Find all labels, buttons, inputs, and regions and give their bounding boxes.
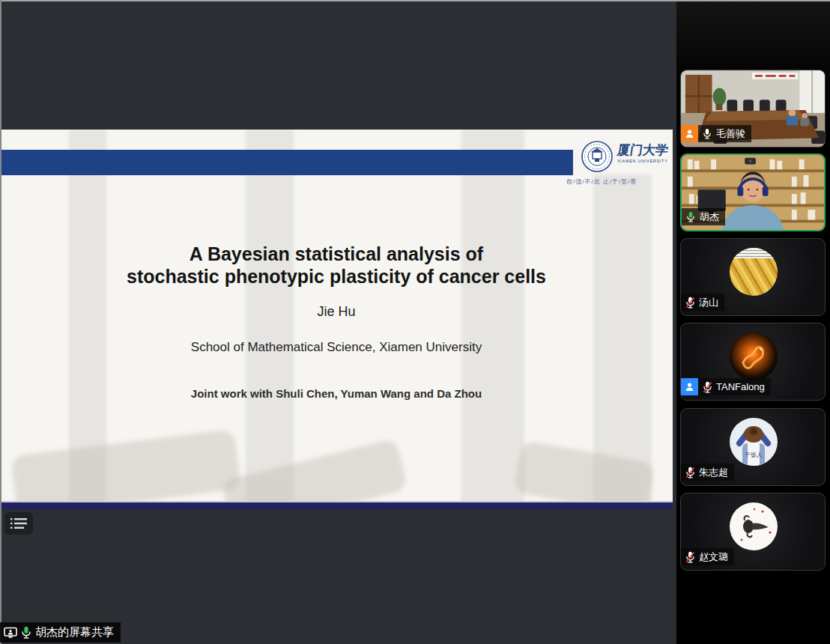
- host-badge-icon: [681, 125, 698, 142]
- participant-namebar: 毛善骏: [681, 125, 751, 142]
- slide-title-line2: stochastic phenotypic plasticity of canc…: [0, 265, 673, 288]
- participant-namebar: 朱志超: [681, 464, 734, 481]
- slide-title-line1: A Bayesian statistical analysis of: [0, 243, 673, 265]
- participant-tile[interactable]: TANFalong: [680, 323, 826, 401]
- participants-sidebar: 毛善骏: [676, 0, 830, 644]
- window-left-edge: [0, 0, 1, 644]
- avatar: [730, 248, 778, 296]
- slide-background-shape: [10, 429, 241, 509]
- university-name-en: XIAMEN UNIVERSITY: [617, 159, 673, 163]
- participant-tile-active-speaker[interactable]: 胡杰: [680, 154, 826, 231]
- slide-accent-band: [0, 150, 573, 175]
- university-seal-icon: [581, 141, 613, 172]
- mic-on-icon: [21, 626, 31, 639]
- mic-muted-icon: [685, 467, 695, 479]
- xiamen-university-logo: 厦门大学 XIAMEN UNIVERSITY 自/强/不/息 止/于/至/善: [578, 139, 673, 191]
- avatar: 干饭人: [730, 418, 778, 466]
- mic-on-icon: [703, 128, 712, 139]
- slide-title: A Bayesian statistical analysis of stoch…: [0, 243, 673, 288]
- outline-list-icon: [10, 517, 27, 529]
- mic-muted-icon: [685, 551, 695, 563]
- participant-namebar: 汤山: [681, 294, 724, 311]
- slide-affiliation: School of Mathematical Science, Xiamen U…: [0, 340, 673, 355]
- participant-name: TANFalong: [716, 381, 765, 392]
- university-name-zh: 厦门大学: [617, 143, 673, 158]
- screen-share-icon: [4, 627, 17, 639]
- participant-namebar: TANFalong: [681, 378, 771, 395]
- participant-name: 朱志超: [699, 466, 728, 479]
- presentation-slide: 厦门大学 XIAMEN UNIVERSITY 自/强/不/息 止/于/至/善 A…: [0, 130, 673, 509]
- participant-tile[interactable]: 赵文璐: [680, 493, 826, 571]
- participant-name: 汤山: [699, 296, 718, 309]
- avatar: [730, 502, 778, 550]
- meeting-window: 厦门大学 XIAMEN UNIVERSITY 自/强/不/息 止/于/至/善 A…: [0, 0, 830, 644]
- window-top-edge: [0, 0, 830, 1]
- mic-speaking-icon: [686, 211, 695, 222]
- participant-namebar: 赵文璐: [681, 548, 734, 565]
- share-banner-label: 胡杰的屏幕共享: [35, 625, 114, 640]
- participant-namebar: 胡杰: [682, 208, 725, 225]
- participant-name: 毛善骏: [716, 127, 745, 141]
- screen-share-banner: 胡杰的屏幕共享: [0, 622, 121, 643]
- shared-screen-area: 厦门大学 XIAMEN UNIVERSITY 自/强/不/息 止/于/至/善 A…: [0, 0, 676, 644]
- participant-name: 赵文璐: [699, 550, 728, 564]
- slide-outline-button[interactable]: [4, 512, 33, 535]
- participant-tile[interactable]: 干饭人 朱志超: [680, 408, 826, 486]
- mic-muted-icon: [703, 381, 712, 393]
- slide-author: Jie Hu: [0, 304, 673, 320]
- slide-credits: Joint work with Shuli Chen, Yuman Wang a…: [0, 387, 673, 400]
- avatar: [730, 332, 778, 380]
- slide-footer-bar: [0, 502, 673, 509]
- mic-muted-icon: [685, 297, 695, 309]
- avatar-shirt-text: 干饭人: [744, 452, 763, 458]
- participant-tile[interactable]: 汤山: [680, 238, 826, 316]
- participant-name: 胡杰: [700, 210, 719, 224]
- user-badge-icon: [681, 378, 698, 395]
- university-motto: 自/强/不/息 止/于/至/善: [566, 177, 673, 186]
- participant-tile[interactable]: 毛善骏: [680, 70, 826, 148]
